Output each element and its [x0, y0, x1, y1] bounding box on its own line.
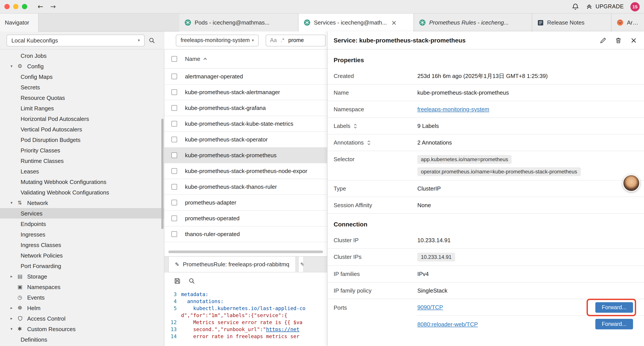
sidebar-item-namespaces[interactable]: ▣Namespaces	[0, 282, 164, 292]
tab-label: Release Notes	[547, 19, 584, 26]
row-checkbox[interactable]	[172, 105, 177, 111]
sidebar-item-network[interactable]: ▾⇅Network	[0, 198, 164, 208]
row-checkbox[interactable]	[172, 184, 177, 190]
sidebar-item-horizontal-pod-autoscalers[interactable]: Horizontal Pod Autoscalers	[0, 113, 164, 124]
sidebar-item-access-control[interactable]: ▸Access Control	[0, 313, 164, 324]
notifications-bell-icon[interactable]	[572, 3, 579, 10]
editor-line: 3metadata:	[164, 291, 327, 298]
sidebar-item-config-maps[interactable]: Config Maps	[0, 71, 164, 82]
table-row[interactable]: kube-prometheus-stack-kube-state-metrics	[164, 116, 327, 132]
sidebar-item-cron-jobs[interactable]: Cron Jobs	[0, 50, 164, 61]
forward-button[interactable]: Forward...	[595, 302, 633, 313]
column-header-name[interactable]: Name	[185, 56, 207, 62]
delete-button[interactable]	[615, 37, 622, 43]
sidebar-item-endpoints[interactable]: Endpoints	[0, 219, 164, 229]
row-checkbox[interactable]	[172, 89, 177, 95]
row-checkbox[interactable]	[172, 231, 177, 237]
sidebar-item-label: Namespaces	[27, 284, 60, 290]
row-checkbox[interactable]	[172, 168, 177, 174]
sidebar-item-label: Runtime Classes	[20, 157, 64, 164]
table-row[interactable]: alertmanager-operated	[164, 69, 327, 84]
back-button[interactable]: ←	[38, 3, 43, 10]
table-row[interactable]: kube-prometheus-stack-prometheus-node-ex…	[164, 163, 327, 179]
close-window-button[interactable]	[4, 4, 10, 9]
forward-button[interactable]: →	[50, 3, 56, 10]
sidebar-item-mutating-webhook-configurations[interactable]: Mutating Webhook Configurations	[0, 177, 164, 187]
sidebar-search-button[interactable]	[148, 37, 155, 43]
table-row[interactable]: kube-prometheus-stack-grafana	[164, 100, 327, 116]
sidebar-item-helm[interactable]: ▸☸Helm	[0, 303, 164, 313]
expand-icon[interactable]	[354, 123, 358, 129]
table-row[interactable]: kube-prometheus-stack-thanos-ruler	[164, 179, 327, 195]
tab-prometheus-rules-icecheng[interactable]: Prometheus Rules - icecheng...	[414, 13, 532, 31]
yaml-editor[interactable]: 3metadata:4annotations:5kubectl.kubernet…	[164, 289, 327, 346]
sidebar-item-network-policies[interactable]: Network Policies	[0, 250, 164, 261]
kubeconfig-selector[interactable]: Local Kubeconfigs ▾	[6, 34, 145, 46]
port-link[interactable]: 8080:reloader-web/TCP	[417, 321, 478, 327]
sidebar-item-pod-disruption-budgets[interactable]: Pod Disruption Budgets	[0, 134, 164, 145]
user-avatar[interactable]	[622, 174, 640, 192]
horizontal-scrollbar[interactable]	[168, 251, 323, 253]
row-checkbox[interactable]	[172, 152, 177, 158]
sidebar-item-vertical-pod-autoscalers[interactable]: Vertical Pod Autoscalers	[0, 124, 164, 134]
tab-pods-icecheng-mathmas[interactable]: Pods - icecheng@mathmas...	[179, 13, 298, 31]
table-row[interactable]: prometheus-operated	[164, 211, 327, 226]
sidebar-item-events[interactable]: ◷Events	[0, 292, 164, 303]
match-case-toggle[interactable]: Aa	[270, 37, 277, 43]
sidebar-item-validating-webhook-configurations[interactable]: Validating Webhook Configurations	[0, 187, 164, 198]
sidebar-item-limit-ranges[interactable]: Limit Ranges	[0, 103, 164, 113]
dock-tab-prometheusrule[interactable]: ✎ PrometheusRule: freeleaps-prod-rabbitm…	[168, 256, 296, 272]
table-row[interactable]: kube-prometheus-stack-alertmanager	[164, 84, 327, 100]
sidebar-item-config[interactable]: ▾⚙Config	[0, 61, 164, 71]
forward-button[interactable]: Forward...	[595, 319, 633, 329]
tab-argo-se[interactable]: Argo Se	[612, 13, 644, 31]
regex-toggle[interactable]: .*	[281, 37, 284, 43]
property-row-cluster-ip: Cluster IP10.233.14.91	[328, 232, 644, 249]
tab-services-icecheng-math[interactable]: Services - icecheng@math...×	[298, 13, 414, 31]
sidebar-item-port-forwarding[interactable]: Port Forwarding	[0, 261, 164, 271]
maximize-window-button[interactable]	[22, 4, 27, 9]
row-checkbox[interactable]	[172, 121, 177, 127]
property-label: Selector	[328, 151, 417, 162]
select-all-checkbox[interactable]	[172, 56, 177, 62]
sidebar-item-services[interactable]: Services	[0, 208, 164, 219]
row-checkbox[interactable]	[172, 74, 177, 79]
notification-count-badge[interactable]: 15	[630, 2, 640, 11]
row-checkbox[interactable]	[172, 216, 177, 221]
sidebar-item-definitions[interactable]: Definitions	[0, 334, 164, 345]
sidebar-item-runtime-classes[interactable]: Runtime Classes	[0, 155, 164, 166]
dock-tab-partial[interactable]: ✎	[298, 256, 304, 272]
row-checkbox[interactable]	[172, 200, 177, 205]
sidebar-item-storage[interactable]: ▸▤Storage	[0, 271, 164, 282]
table-row[interactable]: thanos-ruler-operated	[164, 226, 327, 242]
close-panel-button[interactable]: ×	[630, 36, 637, 44]
service-name: kube-prometheus-stack-grafana	[185, 105, 266, 111]
port-link[interactable]: 9090/TCP	[417, 304, 443, 311]
sidebar-item-custom-resources[interactable]: ▾✱Custom Resources	[0, 324, 164, 334]
upgrade-button[interactable]: UPGRADE	[586, 3, 624, 10]
namespace-selector[interactable]: freeleaps-monitoring-system ▾	[176, 34, 259, 46]
sidebar-item-ingress-classes[interactable]: Ingress Classes	[0, 240, 164, 250]
search-input[interactable]: Aa .* prome	[266, 34, 326, 46]
namespace-link[interactable]: freeleaps-monitoring-system	[417, 106, 489, 113]
expand-icon[interactable]	[367, 140, 371, 145]
sidebar-item-resource-quotas[interactable]: Resource Quotas	[0, 92, 164, 103]
navigator-tab[interactable]: Navigator	[0, 13, 38, 31]
tab-close-icon[interactable]: ×	[391, 19, 397, 26]
sidebar-scrollbar[interactable]	[161, 119, 164, 229]
edit-button[interactable]	[600, 37, 606, 43]
row-checkbox[interactable]	[172, 137, 177, 142]
minimize-window-button[interactable]	[13, 4, 18, 9]
table-row[interactable]: kube-prometheus-stack-prometheus	[164, 148, 327, 163]
table-row[interactable]: prometheus-adapter	[164, 195, 327, 211]
save-button[interactable]	[174, 278, 180, 284]
sidebar-item-secrets[interactable]: Secrets	[0, 82, 164, 92]
sidebar-item-leases[interactable]: Leases	[0, 166, 164, 177]
sidebar-item-ingresses[interactable]: Ingresses	[0, 229, 164, 240]
editor-search-button[interactable]	[188, 278, 195, 284]
line-content: annotations:	[187, 298, 224, 304]
sidebar-item-priority-classes[interactable]: Priority Classes	[0, 145, 164, 155]
property-value: ClusterIP	[417, 185, 644, 192]
tab-release-notes[interactable]: Release Notes	[532, 13, 612, 31]
table-row[interactable]: kube-prometheus-stack-operator	[164, 132, 327, 148]
